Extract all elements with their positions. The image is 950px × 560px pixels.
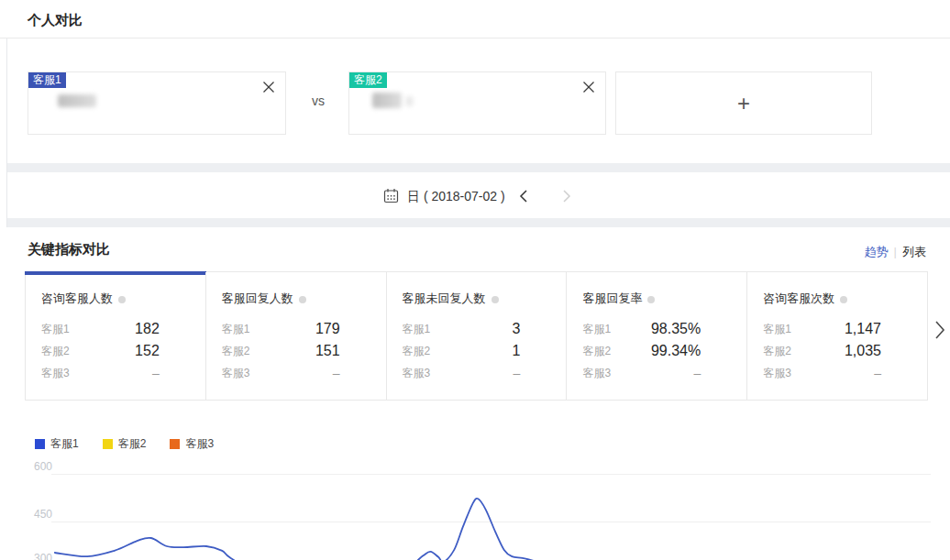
agent-2-badge: 客服2 <box>349 72 387 88</box>
metric-row: 客服3– <box>567 362 746 384</box>
metric-card-reply-count[interactable]: 客服回复人数 客服1179 客服2151 客服3– <box>205 272 386 400</box>
metric-row: 客服198.35% <box>567 318 746 340</box>
previous-day-button[interactable] <box>518 189 529 207</box>
agent-card-2[interactable]: 客服2 <box>348 71 606 135</box>
metric-row: 客服3– <box>747 362 927 384</box>
metric-card-unreplied-count[interactable]: 客服未回复人数 客服13 客服21 客服3– <box>386 272 567 400</box>
add-agent-card[interactable]: + <box>615 71 872 135</box>
metric-title: 咨询客服次数 <box>763 291 927 307</box>
info-dot-icon <box>647 296 655 303</box>
metric-row: 客服299.34% <box>567 340 746 362</box>
legend-item-agent1[interactable]: 客服1 <box>35 436 79 452</box>
section-divider <box>7 163 950 172</box>
agent-2-name-redacted-fragment <box>406 96 414 106</box>
plus-icon: + <box>737 94 750 113</box>
view-toggle: 趋势|列表 <box>865 244 926 260</box>
info-dot-icon <box>840 296 847 303</box>
agent1-trend-line <box>55 499 926 560</box>
metric-row: 客服21,035 <box>747 340 927 362</box>
metric-title: 客服回复率 <box>582 291 746 307</box>
metrics-section-title: 关键指标对比 <box>28 241 110 258</box>
chevron-right-icon <box>561 189 572 203</box>
chart-legend: 客服1 客服2 客服3 <box>35 436 214 452</box>
metric-card-reply-rate[interactable]: 客服回复率 客服198.35% 客服299.34% 客服3– <box>566 272 746 400</box>
legend-swatch <box>35 439 45 449</box>
date-range-label[interactable]: 日 ( 2018-07-02 ) <box>407 189 505 205</box>
close-icon <box>261 80 276 94</box>
legend-swatch <box>103 439 113 449</box>
legend-swatch <box>170 439 180 449</box>
metric-title: 咨询客服人数 <box>41 291 205 307</box>
metric-row: 客服11,147 <box>747 318 927 340</box>
legend-item-agent3[interactable]: 客服3 <box>170 436 214 452</box>
metric-card-consult-count[interactable]: 咨询客服人数 客服1182 客服2152 客服3– <box>26 272 205 400</box>
info-dot-icon <box>118 296 126 303</box>
metric-row: 客服1179 <box>206 318 386 340</box>
metric-cards-strip: 咨询客服人数 客服1182 客服2152 客服3– 客服回复人数 客服1179 … <box>25 271 928 401</box>
legend-item-agent2[interactable]: 客服2 <box>103 436 147 452</box>
agent-1-name-redacted <box>58 94 96 107</box>
metric-row: 客服2152 <box>26 340 205 362</box>
key-metrics-section: 关键指标对比 趋势|列表 咨询客服人数 客服1182 客服2152 客服3– 客… <box>0 227 950 560</box>
metric-title: 客服回复人数 <box>222 291 386 307</box>
metric-title: 客服未回复人数 <box>403 291 567 307</box>
close-icon <box>581 80 596 94</box>
more-metrics-button[interactable] <box>933 319 948 341</box>
metric-row: 客服21 <box>387 340 567 362</box>
agent-2-name-redacted <box>372 93 402 108</box>
date-selector-bar: 日 ( 2018-07-02 ) <box>7 172 950 218</box>
calendar-icon[interactable] <box>383 188 399 207</box>
metric-row: 客服3– <box>26 362 205 384</box>
info-dot-icon <box>299 296 306 303</box>
toggle-trend[interactable]: 趋势 <box>865 245 889 258</box>
personal-compare-page: 个人对比 客服1 vs 客服2 + <box>0 0 950 560</box>
chevron-right-icon <box>933 319 946 341</box>
metric-row: 客服3– <box>206 362 386 384</box>
next-day-button[interactable] <box>561 189 572 207</box>
toggle-separator: | <box>894 245 897 258</box>
vs-label: vs <box>312 93 325 108</box>
agent-card-1[interactable]: 客服1 <box>28 71 286 135</box>
toggle-list[interactable]: 列表 <box>902 245 926 258</box>
metric-card-consult-sessions[interactable]: 咨询客服次数 客服11,147 客服21,035 客服3– <box>746 272 927 400</box>
remove-agent-1-button[interactable] <box>261 80 276 94</box>
chevron-left-icon <box>518 189 529 203</box>
section-divider <box>7 218 950 227</box>
agent-selection-row: 客服1 vs 客服2 + <box>0 38 950 163</box>
metric-row: 客服2151 <box>206 340 386 362</box>
metric-row: 客服13 <box>387 318 567 340</box>
metric-row: 客服1182 <box>26 318 205 340</box>
info-dot-icon <box>492 296 499 303</box>
page-title: 个人对比 <box>28 12 83 29</box>
metric-row: 客服3– <box>387 362 567 384</box>
page-header: 个人对比 <box>0 0 950 38</box>
remove-agent-2-button[interactable] <box>581 80 596 94</box>
trend-line-chart <box>28 454 935 560</box>
agent-1-badge: 客服1 <box>28 72 66 88</box>
active-card-indicator <box>25 271 206 275</box>
